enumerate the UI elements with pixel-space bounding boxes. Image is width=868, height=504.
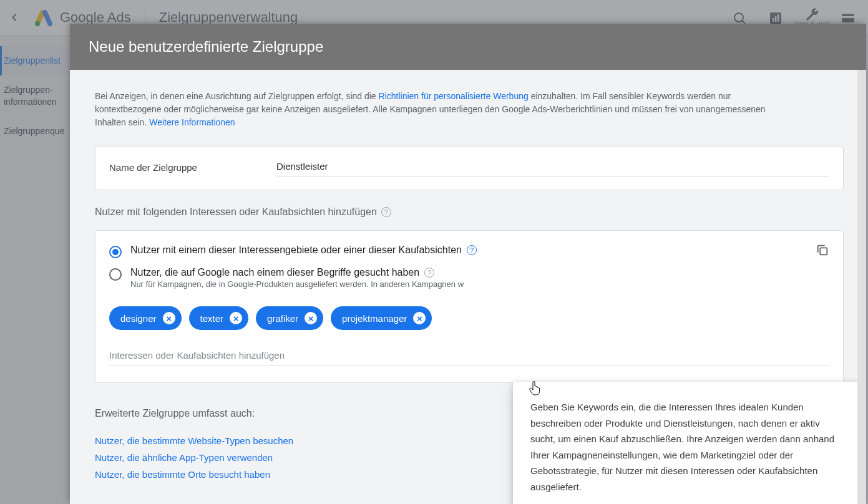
- more-info-link[interactable]: Weitere Informationen: [149, 117, 235, 127]
- chip-label: projektmanager: [342, 313, 407, 324]
- chip-label: texter: [200, 313, 224, 324]
- chip-label: grafiker: [267, 313, 298, 324]
- audience-name-input[interactable]: [276, 157, 829, 177]
- policy-link[interactable]: Richtlinien für personalisierte Werbung: [379, 91, 529, 101]
- radio-search-label-text: Nutzer, die auf Google nach einem dieser…: [130, 267, 419, 278]
- chip-texter[interactable]: texter ×: [189, 306, 249, 330]
- audience-name-label: Name der Zielgruppe: [109, 162, 276, 173]
- chip-remove-icon[interactable]: ×: [305, 312, 317, 324]
- interests-section-label: Nutzer mit folgenden Interessen oder Kau…: [95, 206, 844, 218]
- radio-search-label: Nutzer, die auf Google nach einem dieser…: [130, 267, 464, 278]
- interests-card: Nutzer mit einem dieser Interessengebiet…: [95, 230, 844, 383]
- help-icon[interactable]: ?: [381, 207, 391, 217]
- chip-label: designer: [120, 313, 157, 324]
- keyword-chips: designer × texter × grafiker × projektma…: [109, 306, 829, 330]
- chip-designer[interactable]: designer ×: [109, 306, 182, 330]
- dialog-title: Neue benutzerdefinierte Zielgruppe: [70, 24, 866, 70]
- radio-search-sublabel: Nur für Kampagnen, die in Google-Produkt…: [130, 279, 464, 289]
- interests-help-tooltip: Geben Sie Keywords ein, die die Interess…: [513, 382, 857, 504]
- radio-interests-label: Nutzer mit einem dieser Interessengebiet…: [130, 245, 477, 256]
- chip-remove-icon[interactable]: ×: [413, 312, 426, 324]
- radio-interests-label-text: Nutzer mit einem dieser Interessengebiet…: [130, 245, 462, 256]
- copy-icon[interactable]: [816, 243, 829, 259]
- radio-interests-row[interactable]: Nutzer mit einem dieser Interessengebiet…: [109, 245, 829, 258]
- policy-text: Bei Anzeigen, in denen eine Ausrichtung …: [95, 90, 794, 129]
- audience-name-card: Name der Zielgruppe: [95, 147, 844, 190]
- chip-remove-icon[interactable]: ×: [163, 312, 175, 324]
- policy-text-part1: Bei Anzeigen, in denen eine Ausrichtung …: [95, 91, 379, 101]
- radio-interests[interactable]: [109, 246, 122, 258]
- radio-search-help-icon[interactable]: ?: [424, 268, 434, 278]
- radio-interests-help-icon[interactable]: ?: [467, 245, 477, 255]
- custom-audience-dialog: Neue benutzerdefinierte Zielgruppe Bei A…: [70, 24, 866, 504]
- svg-rect-8: [820, 248, 827, 254]
- radio-search-row[interactable]: Nutzer, die auf Google nach einem dieser…: [109, 267, 829, 289]
- chip-grafiker[interactable]: grafiker ×: [256, 306, 323, 330]
- dialog-body: Bei Anzeigen, in denen eine Ausrichtung …: [70, 70, 866, 504]
- chip-projektmanager[interactable]: projektmanager ×: [331, 306, 432, 330]
- radio-search[interactable]: [109, 268, 122, 281]
- add-keyword-input[interactable]: Interessen oder Kaufabsichten hinzufügen: [109, 350, 829, 366]
- interests-section-label-text: Nutzer mit folgenden Interessen oder Kau…: [95, 206, 377, 218]
- chip-remove-icon[interactable]: ×: [230, 312, 242, 324]
